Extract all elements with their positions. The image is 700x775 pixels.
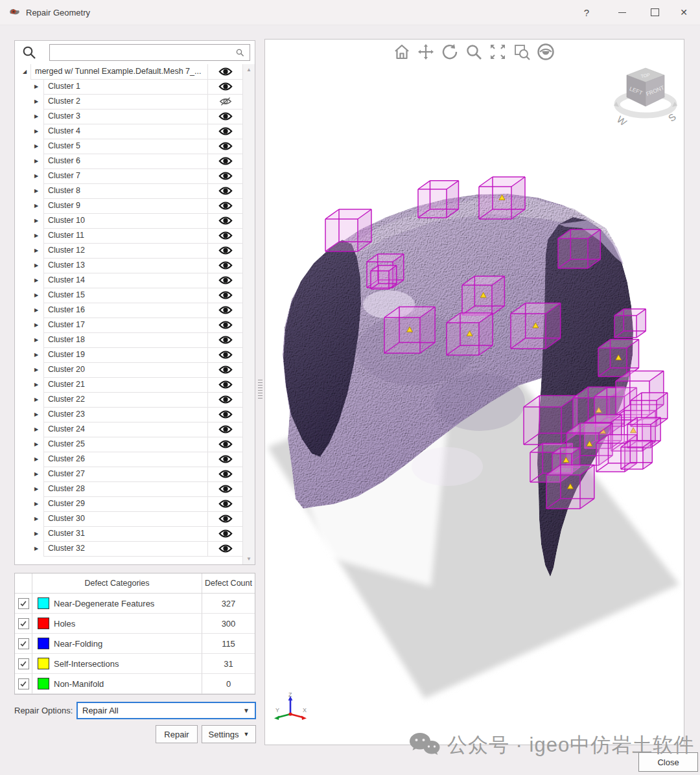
visibility-eye-icon[interactable] [207,511,243,527]
tree-item-label[interactable]: Cluster 24 [43,422,207,437]
tree-row-cluster-25[interactable]: ▶Cluster 25 [15,437,243,452]
visibility-eye-icon[interactable] [207,467,243,482]
orbit-icon[interactable] [440,42,460,62]
defect-cube[interactable] [614,309,646,338]
tree-item-label[interactable]: Cluster 31 [43,526,207,542]
look-at-icon[interactable] [536,42,555,62]
expand-arrow-icon[interactable]: ▶ [32,322,41,328]
expand-arrow-icon[interactable]: ▶ [32,546,41,551]
defect-checkbox-3[interactable] [18,638,29,649]
tree-row-cluster-4[interactable]: ▶Cluster 4 [15,124,243,139]
tree-row-cluster-15[interactable]: ▶Cluster 15 [15,288,243,303]
tree-item-label[interactable]: Cluster 1 [43,79,207,95]
visibility-eye-icon[interactable] [207,64,243,80]
expand-arrow-icon[interactable]: ▶ [32,113,41,119]
settings-button[interactable]: Settings ▼ [202,725,256,743]
defect-checkbox-4[interactable] [18,658,29,669]
zoom-fit-icon[interactable] [488,42,508,62]
defect-cube[interactable] [325,209,371,251]
tree-row-cluster-8[interactable]: ▶Cluster 8 [15,183,243,198]
tree-item-label[interactable]: Cluster 23 [43,407,207,422]
tree-row-cluster-27[interactable]: ▶Cluster 27 [15,467,243,481]
visibility-eye-icon[interactable] [207,392,243,408]
defect-cube[interactable] [546,465,594,509]
tree-item-label[interactable]: Cluster 4 [43,124,207,139]
visibility-eye-icon[interactable] [207,198,243,214]
viewport-3d[interactable]: TOP LEFT FRONT W S Z Y X [264,39,684,745]
expand-arrow-icon[interactable]: ▶ [32,128,41,134]
visibility-eye-icon[interactable] [207,139,243,154]
visibility-eye-icon[interactable] [207,183,243,199]
tree-row-cluster-14[interactable]: ▶Cluster 14 [15,273,243,288]
expand-arrow-icon[interactable]: ▶ [32,292,41,298]
tree-item-label[interactable]: Cluster 12 [43,243,207,259]
tree-item-label[interactable]: Cluster 26 [43,452,207,467]
tree-item-label[interactable]: Cluster 8 [43,183,207,199]
expand-arrow-icon[interactable]: ▶ [32,262,41,268]
tree-row-cluster-10[interactable]: ▶Cluster 10 [15,213,243,228]
visibility-eye-icon[interactable] [207,377,243,393]
expand-arrow-icon[interactable]: ▶ [32,277,41,283]
tree-item-label[interactable]: Cluster 22 [43,392,207,408]
tree-row-cluster-18[interactable]: ▶Cluster 18 [15,332,243,347]
tree-item-label[interactable]: Cluster 29 [43,496,207,512]
visibility-eye-icon[interactable] [207,154,243,169]
tree-row-cluster-19[interactable]: ▶Cluster 19 [15,347,243,362]
expand-arrow-icon[interactable]: ▶ [32,531,41,537]
visibility-eye-icon[interactable] [207,541,243,557]
tree-row-cluster-13[interactable]: ▶Cluster 13 [15,258,243,273]
collapse-arrow-icon[interactable]: ◢ [20,69,29,75]
tree-item-label[interactable]: Cluster 5 [43,139,207,154]
tree-item-label[interactable]: Cluster 20 [43,362,207,378]
tree-item-label[interactable]: Cluster 6 [43,154,207,169]
maximize-button[interactable] [645,0,664,25]
pan-icon[interactable] [416,42,436,62]
scroll-up-icon[interactable]: ▲ [243,67,255,73]
tree-row-cluster-28[interactable]: ▶Cluster 28 [15,481,243,496]
tree-item-label[interactable]: Cluster 11 [43,228,207,244]
expand-arrow-icon[interactable]: ▶ [32,397,41,402]
defect-cube[interactable] [511,303,561,349]
tree-item-label[interactable]: Cluster 16 [43,303,207,318]
visibility-eye-off-icon[interactable] [207,94,243,110]
visibility-eye-icon[interactable] [207,347,243,363]
expand-arrow-icon[interactable]: ▶ [32,456,41,462]
expand-arrow-icon[interactable]: ▶ [32,307,41,313]
expand-arrow-icon[interactable]: ▶ [32,233,41,238]
close-window-button[interactable]: ✕ [674,0,694,25]
visibility-eye-icon[interactable] [207,258,243,273]
expand-arrow-icon[interactable]: ▶ [32,441,41,447]
zoom-icon[interactable] [464,42,484,62]
tree-row-cluster-3[interactable]: ▶Cluster 3 [15,109,243,124]
tree-row-cluster-7[interactable]: ▶Cluster 7 [15,168,243,183]
repair-button[interactable]: Repair [156,725,198,743]
visibility-eye-icon[interactable] [207,496,243,512]
defect-cube[interactable] [371,266,397,289]
zoom-window-icon[interactable] [512,42,531,62]
defect-cube[interactable] [462,276,504,315]
tree-item-label[interactable]: Cluster 25 [43,437,207,452]
tree-item-label[interactable]: Cluster 13 [43,258,207,273]
tree-item-label[interactable]: Cluster 3 [43,109,207,124]
tree-row-root[interactable]: ◢merged w/ Tunnel Example.Default.Mesh 7… [15,64,243,79]
expand-arrow-icon[interactable]: ▶ [32,188,41,194]
expand-arrow-icon[interactable]: ▶ [32,173,41,179]
expand-arrow-icon[interactable]: ▶ [32,143,41,149]
panel-splitter-grip[interactable] [258,380,262,399]
defect-cube[interactable] [384,307,435,354]
expand-arrow-icon[interactable]: ▶ [32,248,41,253]
expand-arrow-icon[interactable]: ▶ [32,218,41,224]
tree-item-label[interactable]: Cluster 17 [43,318,207,333]
search-input[interactable] [49,44,250,61]
visibility-eye-icon[interactable] [207,124,243,139]
minimize-button[interactable] [612,0,632,25]
visibility-eye-icon[interactable] [207,213,243,229]
home-icon[interactable] [392,42,412,62]
tree-item-label[interactable]: Cluster 21 [43,377,207,393]
tree-row-cluster-29[interactable]: ▶Cluster 29 [15,496,243,511]
help-button[interactable]: ? [577,0,596,25]
tree-row-cluster-2[interactable]: ▶Cluster 2 [15,94,243,109]
expand-arrow-icon[interactable]: ▶ [32,411,41,417]
tree-row-cluster-21[interactable]: ▶Cluster 21 [15,377,243,392]
expand-arrow-icon[interactable]: ▶ [32,516,41,522]
